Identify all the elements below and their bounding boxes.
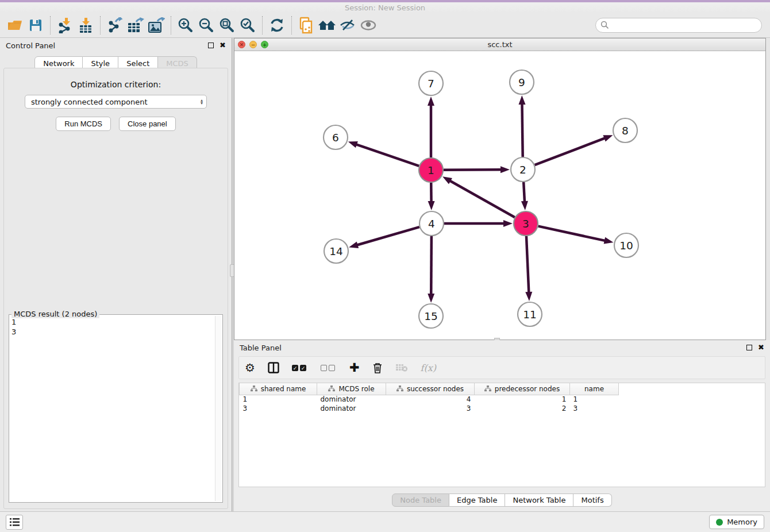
- mcds-result-line: 3: [11, 327, 214, 337]
- column-header-MCDS-role[interactable]: MCDS role: [317, 383, 386, 395]
- export-network-icon: [107, 17, 123, 33]
- hide-unhide-button[interactable]: [337, 15, 358, 36]
- column-header-predecessor-nodes[interactable]: predecessor nodes: [475, 383, 570, 395]
- control-panel-header: Control Panel ✖: [0, 38, 232, 53]
- table-cell[interactable]: 1: [570, 395, 619, 404]
- deselect-all-icon[interactable]: [321, 360, 337, 375]
- network-graph: 1234678910111415: [234, 51, 765, 340]
- graph-edge-3-11[interactable]: [526, 236, 529, 293]
- tab-motifs[interactable]: Motifs: [573, 494, 611, 507]
- export-network-button[interactable]: [105, 15, 125, 36]
- graph-node-label: 6: [332, 132, 339, 144]
- column-header-name[interactable]: name: [570, 383, 619, 395]
- table-cell[interactable]: 1: [240, 395, 317, 404]
- result-scrollbar[interactable]: [215, 316, 221, 501]
- table-panel-title: Table Panel: [240, 344, 282, 352]
- main-toolbar: [0, 13, 770, 38]
- table-cell[interactable]: 3: [240, 404, 317, 413]
- node-table-body: 1dominator4113dominator323: [240, 395, 624, 413]
- optimization-criterion-label: Optimization criterion:: [4, 80, 228, 89]
- close-table-panel-icon[interactable]: ✖: [758, 345, 764, 350]
- float-table-panel-icon[interactable]: [746, 345, 752, 350]
- memory-status-icon: [716, 519, 723, 526]
- graph-edge-2-8[interactable]: [535, 138, 606, 165]
- table-options-gear-icon[interactable]: ⚙: [245, 360, 255, 375]
- tab-network-table[interactable]: Network Table: [505, 494, 573, 507]
- edge-arrowhead: [500, 166, 510, 173]
- table-cell[interactable]: 1: [475, 395, 570, 404]
- graph-node-label: 7: [428, 78, 434, 90]
- preview-eye-button[interactable]: [358, 15, 379, 36]
- add-column-icon[interactable]: ✚: [349, 360, 360, 375]
- table-cell[interactable]: 4: [386, 395, 475, 404]
- graph-edge-1-2[interactable]: [444, 169, 502, 170]
- delete-column-icon[interactable]: [372, 360, 383, 375]
- table-cell[interactable]: 2: [475, 404, 570, 413]
- zoom-selected-button[interactable]: [237, 15, 258, 36]
- home-network-button[interactable]: [317, 15, 337, 36]
- table-cell[interactable]: dominator: [317, 395, 386, 404]
- run-mcds-button[interactable]: Run MCDS: [56, 117, 111, 131]
- copy-view-button[interactable]: [296, 15, 317, 36]
- close-panel-icon[interactable]: ✖: [220, 43, 226, 48]
- export-image-icon: [148, 17, 165, 33]
- graph-edge-2-9[interactable]: [522, 103, 522, 157]
- graph-edge-3-1[interactable]: [449, 180, 515, 217]
- search-field[interactable]: [595, 18, 762, 33]
- close-panel-button[interactable]: Close panel: [119, 117, 176, 131]
- table-cell[interactable]: dominator: [317, 404, 386, 413]
- graph-node-label: 3: [522, 218, 529, 230]
- column-visibility-icon[interactable]: [268, 360, 279, 375]
- select-all-icon[interactable]: ✓✓: [292, 360, 308, 375]
- control-panel-title: Control Panel: [6, 41, 55, 50]
- export-table-button[interactable]: [125, 15, 146, 36]
- app-titlebar: Session: New Session: [0, 0, 770, 13]
- import-table-icon: [78, 17, 94, 33]
- table-row[interactable]: 1dominator411: [240, 395, 624, 404]
- graph-edge-4-14[interactable]: [357, 227, 419, 245]
- table-toolbar: ⚙ ✓✓ ✚ f(x): [238, 356, 765, 379]
- zoom-out-icon: [198, 17, 214, 33]
- refresh-icon: [269, 17, 285, 33]
- edge-arrowhead: [503, 220, 513, 227]
- criterion-value: strongly connected component: [31, 98, 148, 106]
- graph-node-label: 4: [428, 218, 435, 230]
- graph-edge-2-3[interactable]: [523, 182, 525, 202]
- table-cell[interactable]: 3: [386, 404, 475, 413]
- graph-edge-3-10[interactable]: [538, 226, 605, 241]
- network-view-window: ✕ − + scc.txt 1234678910111415: [234, 38, 766, 340]
- show-task-history-button[interactable]: [6, 515, 23, 530]
- refresh-button[interactable]: [267, 15, 287, 36]
- graph-node-label: 8: [622, 125, 629, 137]
- table-row[interactable]: 3dominator323: [240, 404, 624, 413]
- zoom-out-button[interactable]: [196, 15, 217, 36]
- column-header-shared-name[interactable]: shared name: [240, 383, 317, 395]
- session-title: Session: New Session: [345, 3, 425, 12]
- graph-edge-4-15[interactable]: [431, 236, 432, 295]
- mcds-panel: Optimization criterion: strongly connect…: [3, 68, 228, 509]
- save-session-button[interactable]: [25, 15, 46, 36]
- column-header-successor-nodes[interactable]: successor nodes: [386, 383, 475, 395]
- mcds-result-lines: 13: [11, 316, 214, 501]
- table-cell[interactable]: 3: [570, 404, 619, 413]
- open-session-button[interactable]: [5, 15, 25, 36]
- zoom-in-button[interactable]: [175, 15, 196, 36]
- import-network-button[interactable]: [55, 15, 75, 36]
- import-table-button[interactable]: [75, 15, 96, 36]
- mcds-result-box: MCDS result (2 nodes) 13: [9, 314, 223, 503]
- search-input[interactable]: [613, 21, 757, 29]
- float-panel-icon[interactable]: [208, 43, 214, 48]
- tab-node-table[interactable]: Node Table: [392, 494, 449, 507]
- network-canvas[interactable]: 1234678910111415: [234, 51, 765, 340]
- table-tab-group: Node TableEdge TableNetwork TableMotifs: [392, 494, 611, 507]
- export-image-button[interactable]: [146, 15, 167, 36]
- table-tabs: Node TableEdge TableNetwork TableMotifs: [234, 494, 770, 507]
- zoom-selected-icon: [240, 17, 256, 33]
- tab-edge-table[interactable]: Edge Table: [449, 494, 505, 507]
- memory-button[interactable]: Memory: [709, 515, 764, 529]
- graph-edge-1-6[interactable]: [356, 144, 419, 166]
- criterion-select[interactable]: strongly connected component ▴▾: [25, 95, 207, 109]
- hide-eye-icon: [339, 18, 356, 32]
- zoom-fit-button[interactable]: [217, 15, 237, 36]
- graph-node-label: 1: [428, 164, 434, 176]
